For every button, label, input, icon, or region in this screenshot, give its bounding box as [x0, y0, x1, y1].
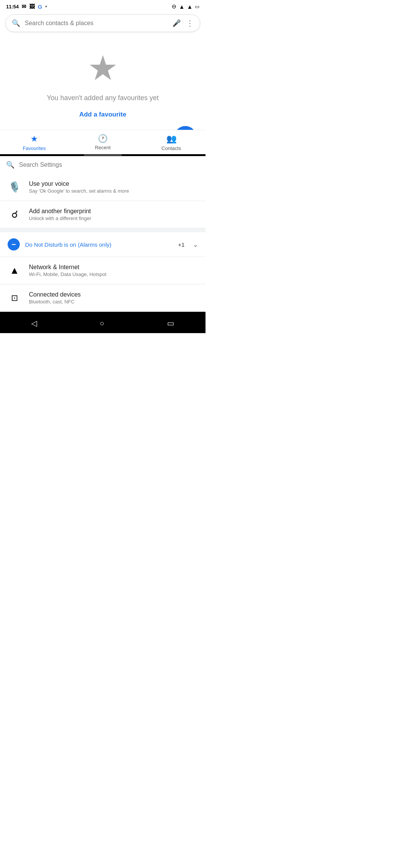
connected-item-text: Connected devices Bluetooth, cast, NFC: [29, 291, 81, 305]
tab-favourites[interactable]: ★ Favourites: [0, 134, 68, 151]
network-item-title: Network & Internet: [29, 264, 107, 271]
wifi-icon: ▲: [179, 3, 185, 10]
dnd-banner[interactable]: − Do Not Disturb is on (Alarms only) +1 …: [0, 232, 206, 257]
connected-item-title: Connected devices: [29, 291, 81, 298]
connected-item-subtitle: Bluetooth, cast, NFC: [29, 299, 81, 305]
voice-item-title: Use your voice: [29, 180, 129, 187]
star-empty-icon: ★: [88, 51, 118, 85]
favourites-tab-icon: ★: [30, 134, 38, 144]
settings-search-bar[interactable]: 🔍: [0, 156, 206, 174]
dnd-status-icon: ⊖: [172, 3, 177, 10]
settings-search-input[interactable]: [19, 161, 199, 168]
settings-item-network[interactable]: ▲ Network & Internet Wi-Fi, Mobile, Data…: [0, 257, 206, 284]
fingerprint-icon: ☌: [8, 209, 21, 220]
no-favourites-text: You haven't added any favourites yet: [47, 93, 159, 103]
signal-icon: ▲: [187, 3, 193, 10]
home-pill: [84, 155, 122, 156]
favourites-section: ★ You haven't added any favourites yet A…: [0, 36, 206, 130]
dnd-label: Do Not Disturb is on (Alarms only): [25, 241, 173, 248]
recent-tab-label: Recent: [95, 145, 110, 150]
home-button[interactable]: ○: [88, 318, 116, 329]
add-favourite-link[interactable]: Add a favourite: [79, 111, 126, 118]
voice-icon: 🎙️: [8, 181, 21, 193]
favourites-tab-label: Favourites: [23, 145, 46, 151]
fingerprint-item-subtitle: Unlock with a different finger: [29, 215, 91, 221]
more-options-icon[interactable]: ⋮: [186, 19, 194, 28]
dot-indicator: •: [45, 4, 47, 9]
network-item-text: Network & Internet Wi-Fi, Mobile, Data U…: [29, 264, 107, 277]
tab-contacts[interactable]: 👥 Contacts: [137, 134, 206, 151]
status-right: ⊖ ▲ ▲ ▭: [172, 3, 199, 10]
google-icon: G: [38, 3, 42, 10]
voice-item-text: Use your voice Say 'Ok Google' to search…: [29, 180, 129, 194]
settings-item-connected[interactable]: ⊡ Connected devices Bluetooth, cast, NFC: [0, 284, 206, 312]
settings-item-fingerprint[interactable]: ☌ Add another fingerprint Unlock with a …: [0, 201, 206, 228]
recents-button[interactable]: ▭: [156, 317, 186, 329]
dnd-icon: −: [8, 238, 20, 251]
status-bar: 11:54 ✉ 🖼 G • ⊖ ▲ ▲ ▭: [0, 0, 206, 11]
contacts-tab-icon: 👥: [166, 134, 177, 144]
settings-item-voice[interactable]: 🎙️ Use your voice Say 'Ok Google' to sea…: [0, 174, 206, 201]
bottom-tabs: ★ Favourites 🕐 Recent 👥 Contacts: [0, 130, 206, 154]
status-left: 11:54 ✉ 🖼 G •: [6, 3, 47, 10]
search-bar[interactable]: 🔍 🎤 ⋮: [5, 14, 200, 32]
network-item-subtitle: Wi-Fi, Mobile, Data Usage, Hotspot: [29, 271, 107, 277]
search-input[interactable]: [25, 20, 172, 27]
fingerprint-item-title: Add another fingerprint: [29, 208, 91, 215]
dnd-count: +1: [178, 241, 185, 248]
fingerprint-item-text: Add another fingerprint Unlock with a di…: [29, 208, 91, 221]
status-time: 11:54: [6, 4, 19, 10]
back-button[interactable]: ◁: [20, 317, 48, 329]
gmail-icon: ✉: [22, 3, 26, 10]
recent-tab-icon: 🕐: [98, 134, 108, 143]
voice-item-subtitle: Say 'Ok Google' to search, set alarms & …: [29, 188, 129, 194]
dnd-chevron-icon: ⌄: [193, 241, 198, 248]
wifi-settings-icon: ▲: [8, 265, 21, 276]
contacts-tab-label: Contacts: [161, 145, 181, 151]
battery-icon: ▭: [195, 4, 199, 10]
bottom-nav: ◁ ○ ▭: [0, 312, 206, 333]
photos-icon: 🖼: [29, 3, 35, 10]
settings-search-icon: 🔍: [6, 161, 14, 169]
mic-icon[interactable]: 🎤: [172, 19, 181, 27]
connected-devices-icon: ⊡: [8, 293, 21, 303]
settings-overlay: 🔍 🎙️ Use your voice Say 'Ok Google' to s…: [0, 156, 206, 312]
search-icon: 🔍: [12, 19, 20, 27]
tab-recent[interactable]: 🕐 Recent: [68, 134, 137, 151]
